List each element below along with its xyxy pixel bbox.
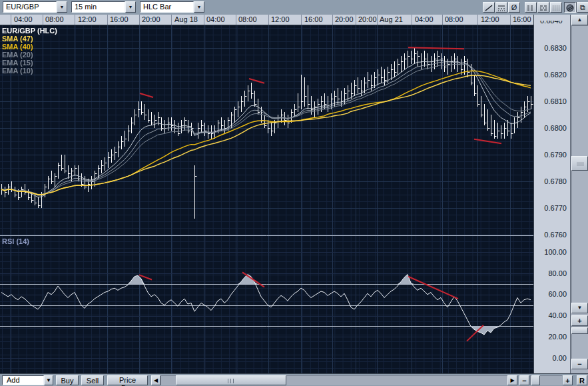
time-axis-tick [11,15,11,25]
thumb-grip-icon [577,161,584,165]
thumb-grip-icon [228,379,234,383]
time-axis-tick [139,15,140,25]
grid-style-button-1[interactable] [525,2,537,13]
interval-combo-arrow[interactable]: ▼ [125,1,136,13]
price-box-button[interactable]: Price Box [107,375,148,385]
hatched-circle-icon [565,4,575,12]
fine-dotted-grid-icon [551,4,561,12]
vertical-scrollbar: ▲ ▼ + − [570,15,588,373]
dashed-grid-icon [538,4,549,12]
legend-item: EMA (15) [2,59,57,67]
symbol-combo-arrow[interactable]: ▼ [57,1,67,13]
legend-item: SMA (40) [2,43,57,51]
horizontal-zoom-in-button[interactable]: + [563,375,573,385]
time-axis-label: 16:00 [304,15,323,23]
vertical-zoom-in-button[interactable]: + [571,315,588,326]
forex-charting-app: EUR/GBP ▼ 15 min ▼ HLC Bar ▼ Ø [0,0,588,386]
time-axis-label: 16:00 [513,15,531,23]
time-axis-tick [75,15,75,25]
time-axis-tick [442,15,443,25]
diagonal-line-icon [483,4,494,12]
time-axis-label: 08:00 [238,15,257,23]
price-axis-label: 0.6790 [544,151,567,159]
pan-right-button[interactable]: ▶ [507,375,517,385]
grid-style-button-3[interactable] [550,2,562,13]
chevron-down-icon: ▼ [197,5,202,9]
price-axis-label: 20.00 [548,333,567,341]
horizontal-zoom-slider-thumb[interactable] [531,375,540,385]
minus-icon: − [522,377,526,385]
time-axis-label: 04:00 [415,15,434,23]
symbol-combo[interactable]: EUR/GBP ▼ [3,1,67,13]
price-axis[interactable]: 0.6840 0.68300.68200.68100.68000.67900.6… [533,15,570,373]
time-axis-tick [332,15,333,25]
chevron-down-icon: ▼ [60,5,65,9]
time-axis-label: 12:00 [271,15,290,23]
time-axis-label: 04:00 [206,15,225,23]
price-axis-label: 0.6770 [544,204,567,212]
time-axis-label: 08:00 [45,15,64,23]
interval-combo[interactable]: 15 min ▼ [71,1,136,13]
rsi-study-label: RSI (14) [2,237,29,245]
vertical-scrollbar-thumb[interactable] [571,156,588,171]
chevron-down-icon: ▼ [129,5,133,9]
add-study-combo[interactable]: Add Study [2,375,44,385]
time-axis-label: Aug 21 [380,15,403,23]
price-axis-label: 0.6800 [544,124,567,132]
time-axis-tick [107,15,108,25]
buy-button[interactable]: Buy [56,375,79,385]
empty-set-icon: Ø [511,3,517,11]
scroll-up-button[interactable]: ▲ [571,15,588,25]
vertical-zoom-out-button[interactable]: − [571,359,588,369]
dotted-grid-icon [525,4,536,12]
price-axis-label: 0.6830 [544,44,567,52]
grid-style-button-2[interactable] [537,2,549,13]
chart-type-combo-value[interactable]: HLC Bar [140,1,194,13]
chart-type-combo[interactable]: HLC Bar ▼ [140,1,204,13]
dashed-line-style-button[interactable] [495,2,507,13]
scroll-down-button[interactable]: ▼ [571,303,588,313]
price-axis-label: 0.6820 [544,71,567,79]
up-arrow-icon: ▲ [577,17,583,23]
price-axis-clip-cover [534,15,570,21]
vertical-zoom-slider-thumb[interactable] [571,327,588,334]
chart-type-combo-arrow[interactable]: ▼ [194,1,204,13]
draw-trendline-button[interactable] [483,2,495,13]
chart-legend: EUR/GBP (HLC)SMA (47)SMA (40)EMA (20)EMA… [2,27,57,75]
price-axis-label: 100.00 [544,248,567,256]
chart-canvas[interactable] [0,25,533,373]
time-axis-tick [268,15,269,25]
time-axis-label: 20:00 [335,15,354,23]
bottom-toolbar: Add Study ▼ Buy Sell Price Box ◀ ▶ − + R [0,373,588,386]
price-axis-label: 0.6810 [544,97,567,105]
cascade-windows-icon: ⧉ [580,3,585,11]
time-axis-tick [510,15,511,25]
dashed-lines-icon [496,4,507,12]
symbol-combo-value[interactable]: EUR/GBP [3,1,57,13]
reset-button[interactable]: R [577,375,587,385]
down-arrow-icon: ▼ [577,305,583,311]
plus-icon: + [577,317,581,325]
horizontal-scrollbar-thumb[interactable] [176,375,286,385]
add-study-combo-arrow[interactable]: ▼ [44,375,53,385]
time-axis-tick [171,15,172,25]
time-axis-tick [377,15,378,25]
window-cascade-button[interactable]: ⧉ [577,2,588,13]
top-toolbar: EUR/GBP ▼ 15 min ▼ HLC Bar ▼ Ø [0,0,588,15]
pan-left-button[interactable]: ◀ [151,375,160,385]
pattern-fill-button-1[interactable] [564,2,576,13]
time-axis-tick [236,15,236,25]
time-axis[interactable]: 04:0008:0012:0016:0020:00Aug 1804:0008:0… [0,15,533,25]
price-axis-label: 80.00 [548,269,567,277]
minus-icon: − [577,360,581,368]
legend-item: SMA (47) [2,35,57,43]
price-axis-label: 40.00 [548,311,567,319]
legend-item: EUR/GBP (HLC) [2,27,57,35]
interval-combo-value[interactable]: 15 min [71,1,125,13]
right-arrow-icon: ▶ [510,377,514,383]
time-axis-label: 12:00 [78,15,97,23]
time-axis-label: Aug 18 [174,15,198,23]
horizontal-zoom-out-button[interactable]: − [519,375,529,385]
sell-button[interactable]: Sell [81,375,104,385]
clear-drawings-button[interactable]: Ø [508,2,520,13]
